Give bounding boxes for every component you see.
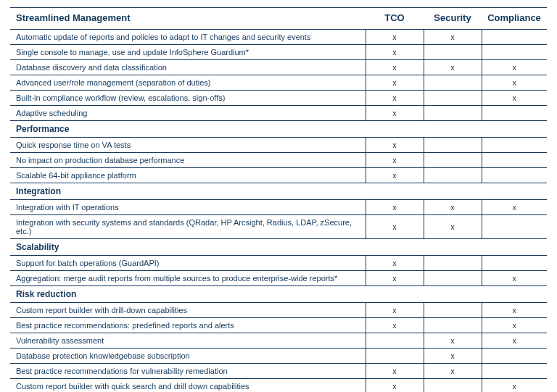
table-row: Integration with security systems and st… (10, 215, 547, 239)
feature-cell: Database discovery and data classificati… (10, 60, 366, 75)
feature-cell: Integration with security systems and st… (10, 215, 366, 239)
tco-cell: x (366, 30, 424, 45)
compliance-cell: x (482, 60, 547, 75)
security-cell: x (424, 333, 482, 349)
security-cell (424, 138, 482, 153)
tco-cell: x (366, 200, 424, 215)
table-row: Best practice recommendations: predefine… (10, 318, 547, 333)
compliance-cell: x (482, 91, 547, 106)
compliance-cell: x (482, 379, 547, 393)
compliance-cell (482, 256, 547, 271)
table-row: Adaptive schedulingx (10, 106, 547, 121)
table-row: Database discovery and data classificati… (10, 60, 547, 75)
security-cell (424, 303, 482, 318)
table-row: Single console to manage, use and update… (10, 45, 547, 60)
table-row: No impact on production database perform… (10, 153, 547, 168)
section-header: Integration (10, 183, 547, 200)
feature-cell: Best practice recommendations: predefine… (10, 318, 366, 333)
security-cell: x (424, 349, 482, 364)
table-row: Aggregation: merge audit reports from mu… (10, 271, 547, 286)
feature-cell: Support for batch operations (GuardAPI) (10, 256, 366, 271)
compliance-cell (482, 349, 547, 364)
feature-cell: Quick response time on VA tests (10, 138, 366, 153)
tco-cell (366, 349, 424, 364)
feature-cell: Custom report builder with quick search … (10, 379, 366, 393)
tco-cell: x (366, 106, 424, 121)
compliance-cell (482, 364, 547, 379)
section-header: Risk reduction (10, 286, 547, 303)
section-header: Scalability (10, 239, 547, 256)
compliance-cell (482, 45, 547, 60)
security-cell (424, 168, 482, 183)
tco-cell: x (366, 303, 424, 318)
section-header-label: Performance (10, 121, 547, 138)
compliance-cell (482, 106, 547, 121)
table-row: Vulnerability assessmentxx (10, 333, 547, 349)
table-header: Streamlined Management TCO Security Comp… (10, 8, 547, 30)
tco-cell: x (366, 256, 424, 271)
tco-cell: x (366, 379, 424, 393)
tco-cell: x (366, 153, 424, 168)
security-cell: x (424, 60, 482, 75)
section-header-label: Risk reduction (10, 286, 547, 303)
tco-cell: x (366, 91, 424, 106)
tco-cell: x (366, 138, 424, 153)
header-feature: Streamlined Management (10, 8, 366, 30)
feature-cell: Integration with IT operations (10, 200, 366, 215)
table-row: Integration with IT operationsxxx (10, 200, 547, 215)
security-cell (424, 379, 482, 393)
feature-cell: Best practice recommendations for vulner… (10, 364, 366, 379)
tco-cell: x (366, 318, 424, 333)
feature-cell: Built-in compliance workflow (review, es… (10, 91, 366, 106)
header-compliance: Compliance (482, 8, 547, 30)
feature-cell: Adaptive scheduling (10, 106, 366, 121)
table-row: Advanced user/role management (separatio… (10, 75, 547, 91)
security-cell: x (424, 30, 482, 45)
security-cell (424, 45, 482, 60)
tco-cell: x (366, 271, 424, 286)
feature-cell: Advanced user/role management (separatio… (10, 75, 366, 91)
table-body: Automatic update of reports and policies… (10, 30, 547, 393)
feature-cell: Single console to manage, use and update… (10, 45, 366, 60)
security-cell: x (424, 364, 482, 379)
header-tco: TCO (366, 8, 424, 30)
security-cell (424, 318, 482, 333)
table-row: Custom report builder with drill-down ca… (10, 303, 547, 318)
security-cell: x (424, 200, 482, 215)
tco-cell: x (366, 60, 424, 75)
security-cell (424, 271, 482, 286)
feature-cell: No impact on production database perform… (10, 153, 366, 168)
table-row: Best practice recommendations for vulner… (10, 364, 547, 379)
compliance-cell (482, 215, 547, 239)
table-row: Database protection knowledgebase subscr… (10, 349, 547, 364)
security-cell (424, 256, 482, 271)
compliance-cell (482, 153, 547, 168)
compliance-cell (482, 30, 547, 45)
compliance-cell: x (482, 271, 547, 286)
table-row: Scalable 64-bit appliance platformx (10, 168, 547, 183)
compliance-cell: x (482, 318, 547, 333)
security-cell (424, 106, 482, 121)
feature-matrix-table: Streamlined Management TCO Security Comp… (10, 7, 547, 392)
compliance-cell: x (482, 200, 547, 215)
security-cell (424, 153, 482, 168)
compliance-cell: x (482, 75, 547, 91)
section-header: Performance (10, 121, 547, 138)
table-row: Automatic update of reports and policies… (10, 30, 547, 45)
feature-cell: Automatic update of reports and policies… (10, 30, 366, 45)
section-header-label: Integration (10, 183, 547, 200)
feature-cell: Aggregation: merge audit reports from mu… (10, 271, 366, 286)
table-row: Built-in compliance workflow (review, es… (10, 91, 547, 106)
compliance-cell (482, 138, 547, 153)
feature-cell: Custom report builder with drill-down ca… (10, 303, 366, 318)
feature-cell: Database protection knowledgebase subscr… (10, 349, 366, 364)
security-cell: x (424, 215, 482, 239)
section-header-label: Scalability (10, 239, 547, 256)
tco-cell (366, 333, 424, 349)
compliance-cell: x (482, 333, 547, 349)
tco-cell: x (366, 215, 424, 239)
security-cell (424, 91, 482, 106)
security-cell (424, 75, 482, 91)
feature-cell: Scalable 64-bit appliance platform (10, 168, 366, 183)
tco-cell: x (366, 168, 424, 183)
